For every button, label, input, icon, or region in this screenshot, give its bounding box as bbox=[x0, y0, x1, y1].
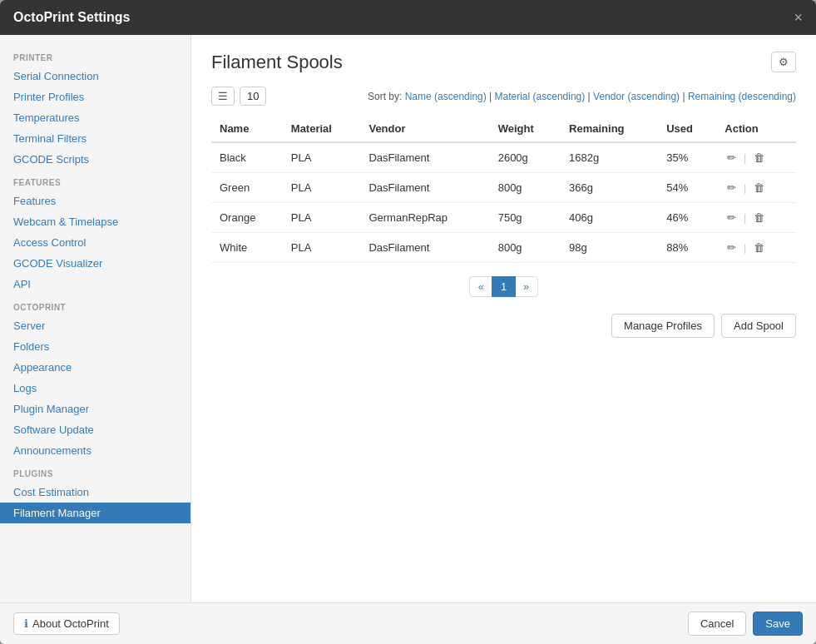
sidebar-item-terminal-filters[interactable]: Terminal Filters bbox=[0, 128, 190, 149]
sidebar-item-api[interactable]: API bbox=[0, 274, 190, 295]
close-button[interactable]: × bbox=[794, 10, 803, 25]
sidebar: PRINTERSerial ConnectionPrinter Profiles… bbox=[0, 35, 191, 602]
modal-header: OctoPrint Settings × bbox=[0, 0, 816, 35]
sidebar-item-serial-connection[interactable]: Serial Connection bbox=[0, 66, 190, 87]
cell-weight: 2600g bbox=[490, 142, 561, 173]
settings-icon-button[interactable]: ⚙ bbox=[771, 52, 796, 72]
sidebar-item-announcements[interactable]: Announcements bbox=[0, 440, 190, 461]
edit-button[interactable]: ✏ bbox=[725, 150, 739, 166]
sidebar-item-server[interactable]: Server bbox=[0, 315, 190, 336]
sidebar-item-temperatures[interactable]: Temperatures bbox=[0, 107, 190, 128]
sidebar-item-software-update[interactable]: Software Update bbox=[0, 419, 190, 440]
page-current-button[interactable]: 1 bbox=[492, 276, 516, 297]
footer-actions: Cancel Save bbox=[688, 612, 803, 636]
table-row: WhitePLADasFilament800g98g88% ✏ | 🗑 bbox=[211, 233, 796, 263]
sidebar-item-cost-estimation[interactable]: Cost Estimation bbox=[0, 482, 190, 503]
edit-button[interactable]: ✏ bbox=[725, 180, 739, 196]
cell-action: ✏ | 🗑 bbox=[716, 203, 796, 233]
cell-used: 54% bbox=[658, 173, 716, 203]
action-row: Manage Profiles Add Spool bbox=[211, 314, 796, 338]
cell-action: ✏ | 🗑 bbox=[716, 142, 796, 173]
edit-button[interactable]: ✏ bbox=[725, 240, 739, 255]
cell-remaining: 366g bbox=[561, 173, 658, 203]
table-row: BlackPLADasFilament2600g1682g35% ✏ | 🗑 bbox=[211, 142, 796, 173]
col-header-vendor: Vendor bbox=[360, 116, 489, 142]
cell-material: PLA bbox=[283, 203, 361, 233]
sidebar-section-features: FEATURES bbox=[0, 170, 190, 191]
list-view-button[interactable]: ☰ bbox=[211, 87, 235, 106]
sidebar-item-features[interactable]: Features bbox=[0, 191, 190, 211]
cell-name: Orange bbox=[211, 203, 283, 233]
cell-vendor: DasFilament bbox=[360, 142, 489, 173]
about-button[interactable]: ℹ About OctoPrint bbox=[13, 612, 120, 635]
add-spool-button[interactable]: Add Spool bbox=[721, 314, 796, 338]
table-row: GreenPLADasFilament800g366g54% ✏ | 🗑 bbox=[211, 173, 796, 203]
table-header-row: NameMaterialVendorWeightRemainingUsedAct… bbox=[211, 116, 796, 142]
modal-footer: ℹ About OctoPrint Cancel Save bbox=[0, 602, 816, 644]
sidebar-item-plugin-manager[interactable]: Plugin Manager bbox=[0, 399, 190, 419]
page-prev-button[interactable]: « bbox=[469, 276, 493, 297]
sidebar-item-webcam-timelapse[interactable]: Webcam & Timelapse bbox=[0, 211, 190, 232]
cell-remaining: 98g bbox=[561, 233, 658, 263]
settings-modal: OctoPrint Settings × PRINTERSerial Conne… bbox=[0, 0, 816, 644]
pagination: « 1 » bbox=[211, 276, 796, 297]
action-separator: | bbox=[744, 181, 746, 194]
delete-button[interactable]: 🗑 bbox=[751, 210, 767, 225]
cell-remaining: 1682g bbox=[561, 142, 658, 173]
sidebar-section-plugins: PLUGINS bbox=[0, 461, 190, 482]
action-separator: | bbox=[744, 151, 746, 164]
about-label: About OctoPrint bbox=[32, 617, 109, 630]
cell-remaining: 406g bbox=[561, 203, 658, 233]
sort-vendor[interactable]: Vendor (ascending) bbox=[593, 91, 680, 102]
delete-button[interactable]: 🗑 bbox=[751, 240, 767, 255]
delete-button[interactable]: 🗑 bbox=[751, 180, 767, 196]
main-content: Filament Spools ⚙ ☰ 10 Sort by: Name (as… bbox=[191, 35, 816, 602]
modal-title: OctoPrint Settings bbox=[13, 10, 130, 25]
cell-vendor: DasFilament bbox=[360, 233, 489, 263]
manage-profiles-button[interactable]: Manage Profiles bbox=[611, 314, 715, 338]
spools-table: NameMaterialVendorWeightRemainingUsedAct… bbox=[211, 116, 796, 263]
sidebar-item-gcode-visualizer[interactable]: GCODE Visualizer bbox=[0, 253, 190, 274]
cell-used: 88% bbox=[658, 233, 716, 263]
cell-weight: 750g bbox=[490, 203, 561, 233]
sidebar-item-logs[interactable]: Logs bbox=[0, 378, 190, 399]
cell-vendor: DasFilament bbox=[360, 173, 489, 203]
action-separator: | bbox=[744, 241, 746, 254]
table-row: OrangePLAGermanRepRap750g406g46% ✏ | 🗑 bbox=[211, 203, 796, 233]
delete-button[interactable]: 🗑 bbox=[751, 150, 767, 166]
cell-material: PLA bbox=[283, 142, 361, 173]
sidebar-item-filament-manager[interactable]: Filament Manager bbox=[0, 503, 190, 523]
sort-remaining[interactable]: Remaining (descending) bbox=[688, 91, 796, 102]
toolbar-left: ☰ 10 bbox=[211, 87, 266, 106]
cell-material: PLA bbox=[283, 173, 361, 203]
sidebar-item-access-control[interactable]: Access Control bbox=[0, 232, 190, 253]
col-header-weight: Weight bbox=[490, 116, 561, 142]
info-icon: ℹ bbox=[24, 617, 28, 630]
sort-row: Sort by: Name (ascending) | Material (as… bbox=[368, 91, 796, 102]
sidebar-item-appearance[interactable]: Appearance bbox=[0, 357, 190, 378]
cancel-button[interactable]: Cancel bbox=[688, 612, 746, 636]
col-header-material: Material bbox=[283, 116, 361, 142]
save-button[interactable]: Save bbox=[753, 612, 803, 636]
sort-name[interactable]: Name (ascending) bbox=[405, 91, 487, 102]
edit-button[interactable]: ✏ bbox=[725, 210, 739, 225]
sidebar-item-gcode-scripts[interactable]: GCODE Scripts bbox=[0, 149, 190, 170]
cell-name: White bbox=[211, 233, 283, 263]
col-header-used: Used bbox=[658, 116, 716, 142]
cell-action: ✏ | 🗑 bbox=[716, 173, 796, 203]
page-next-button[interactable]: » bbox=[514, 276, 538, 297]
sidebar-section-printer: PRINTER bbox=[0, 45, 190, 66]
sidebar-item-folders[interactable]: Folders bbox=[0, 336, 190, 357]
sidebar-item-printer-profiles[interactable]: Printer Profiles bbox=[0, 87, 190, 107]
sidebar-section-octoprint: OCTOPRINT bbox=[0, 295, 190, 315]
action-separator: | bbox=[744, 211, 746, 224]
toolbar-row: ☰ 10 Sort by: Name (ascending) | Materia… bbox=[211, 87, 796, 106]
cell-weight: 800g bbox=[490, 173, 561, 203]
cell-material: PLA bbox=[283, 233, 361, 263]
cell-vendor: GermanRepRap bbox=[360, 203, 489, 233]
cell-used: 46% bbox=[658, 203, 716, 233]
sort-material[interactable]: Material (ascending) bbox=[495, 91, 586, 102]
cell-action: ✏ | 🗑 bbox=[716, 233, 796, 263]
cell-weight: 800g bbox=[490, 233, 561, 263]
modal-body: PRINTERSerial ConnectionPrinter Profiles… bbox=[0, 35, 816, 602]
